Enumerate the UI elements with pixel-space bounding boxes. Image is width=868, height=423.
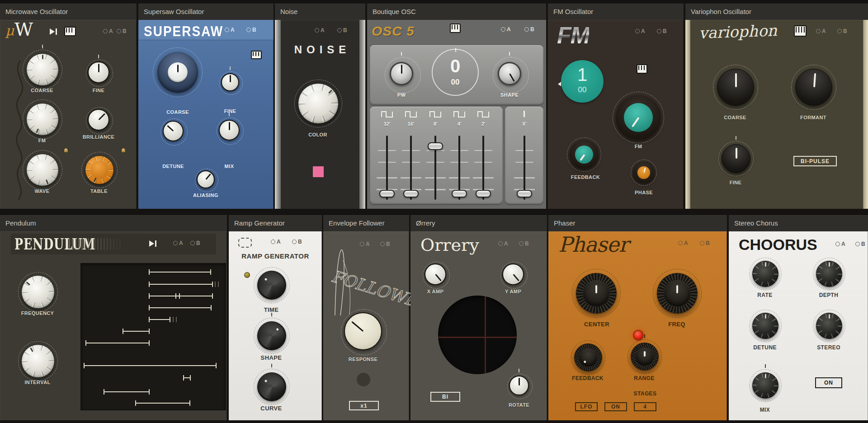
- fm-amount-knob[interactable]: [616, 95, 661, 140]
- wave-knob[interactable]: [26, 154, 59, 186]
- frequency-knob[interactable]: [21, 275, 55, 309]
- variation-b-toggle[interactable]: B: [700, 240, 710, 246]
- variation-a-toggle[interactable]: A: [635, 28, 645, 34]
- noise-color-swatch[interactable]: [313, 166, 324, 177]
- fine-knob[interactable]: [221, 73, 239, 91]
- keyboard-icon[interactable]: [637, 64, 647, 74]
- slider-handle[interactable]: [379, 190, 395, 197]
- rotate-knob[interactable]: [509, 376, 529, 395]
- pw-knob[interactable]: [390, 62, 413, 85]
- mix-knob[interactable]: [219, 120, 240, 141]
- coarse-knob[interactable]: [717, 69, 754, 106]
- stereo-knob[interactable]: [816, 313, 842, 339]
- slider-handle[interactable]: [403, 190, 419, 197]
- shape-knob[interactable]: [498, 62, 521, 85]
- variation-b-toggle[interactable]: B: [837, 28, 847, 34]
- detune-knob[interactable]: [752, 313, 778, 339]
- fm-knob[interactable]: [26, 103, 59, 136]
- slider-handle[interactable]: [476, 190, 491, 197]
- module-title: FM Oscillator: [553, 8, 593, 15]
- time-knob[interactable]: [257, 271, 286, 300]
- keyboard-icon[interactable]: [794, 25, 807, 37]
- detune-knob[interactable]: [163, 121, 184, 141]
- variation-a-toggle[interactable]: A: [315, 27, 325, 33]
- variation-b-toggle[interactable]: B: [337, 27, 347, 33]
- shape-knob[interactable]: [257, 321, 286, 350]
- curve-knob[interactable]: [257, 372, 286, 401]
- multiplier-button[interactable]: x1: [349, 401, 379, 410]
- stages-label: STAGES: [634, 390, 657, 397]
- rate-knob[interactable]: [752, 261, 778, 287]
- feedback-knob[interactable]: [574, 343, 602, 371]
- keyboard-icon[interactable]: [251, 51, 262, 59]
- interval-knob[interactable]: [21, 344, 55, 378]
- trace-end-cap: [210, 269, 211, 275]
- variation-a-toggle[interactable]: A: [498, 240, 508, 247]
- range-knob[interactable]: [631, 343, 659, 371]
- variation-b-toggle[interactable]: B: [190, 240, 200, 246]
- variation-a-toggle[interactable]: A: [678, 240, 688, 246]
- variation-b-toggle[interactable]: B: [117, 28, 127, 34]
- slider-handle[interactable]: [428, 142, 443, 150]
- on-button[interactable]: ON: [815, 377, 842, 388]
- x-amp-knob[interactable]: [425, 263, 446, 285]
- depth-knob[interactable]: [816, 261, 842, 287]
- keyboard-icon[interactable]: [64, 27, 76, 36]
- table-knob[interactable]: [85, 155, 114, 184]
- ratio-display[interactable]: 1 00: [561, 60, 604, 103]
- slider-handle[interactable]: [517, 190, 532, 197]
- variation-b-toggle[interactable]: B: [855, 241, 865, 247]
- variation-a-toggle[interactable]: A: [501, 26, 511, 33]
- right-rail: [863, 20, 868, 209]
- aliasing-label: ALIASING: [193, 193, 218, 198]
- on-button[interactable]: ON: [604, 402, 627, 411]
- fine-knob[interactable]: [88, 61, 109, 83]
- pendulum-trace-line: [149, 307, 211, 308]
- variation-a-toggle[interactable]: A: [225, 27, 235, 33]
- variation-b-toggle[interactable]: B: [246, 27, 256, 33]
- module-title: Supersaw Oscillator: [144, 8, 204, 15]
- cycle-mode-icon[interactable]: [238, 238, 252, 248]
- left-rail: [275, 20, 281, 209]
- variation-a-toggle[interactable]: A: [173, 240, 183, 246]
- coarse-knob[interactable]: [157, 52, 198, 93]
- bipulse-button[interactable]: BI-PULSE: [793, 156, 837, 166]
- trace-ghost-tick: [215, 282, 216, 287]
- module-header-variophon: Variophon Oscillator: [685, 4, 868, 20]
- trace-end-cap: [149, 389, 150, 395]
- feedback-knob[interactable]: [570, 140, 599, 169]
- variation-a-toggle[interactable]: A: [835, 241, 845, 247]
- color-knob[interactable]: [298, 83, 339, 124]
- aliasing-knob[interactable]: [197, 170, 215, 188]
- freq-knob[interactable]: [657, 273, 698, 314]
- knob-pointer: [632, 117, 640, 127]
- coarse-knob[interactable]: [26, 53, 59, 86]
- knob-notch: [36, 128, 39, 133]
- lfo-button[interactable]: LFO: [575, 402, 598, 411]
- knob-ring: [217, 118, 244, 145]
- variation-b-toggle[interactable]: B: [657, 28, 667, 34]
- slider-handle[interactable]: [452, 190, 467, 197]
- variation-a-toggle[interactable]: A: [103, 28, 113, 34]
- pendulum-trace-line: [149, 284, 212, 285]
- variation-a-toggle[interactable]: A: [271, 239, 281, 245]
- bi-button[interactable]: BI: [430, 392, 460, 402]
- stages-value-button[interactable]: 4: [634, 402, 656, 411]
- play-icon[interactable]: [50, 28, 57, 35]
- phase-knob[interactable]: [633, 162, 655, 183]
- variation-b-toggle[interactable]: B: [292, 239, 302, 245]
- keyboard-icon[interactable]: [450, 24, 461, 33]
- variation-a-toggle[interactable]: A: [816, 28, 826, 34]
- play-icon[interactable]: [149, 240, 156, 247]
- center-knob[interactable]: [576, 273, 617, 314]
- variation-b-toggle[interactable]: B: [524, 26, 534, 33]
- mix-knob[interactable]: [752, 372, 778, 399]
- formant-knob[interactable]: [795, 69, 832, 106]
- left-rail: [685, 20, 690, 209]
- brilliance-knob[interactable]: [88, 109, 109, 131]
- fm-amount-label: FM: [635, 144, 642, 149]
- response-knob[interactable]: [344, 312, 382, 350]
- y-amp-knob[interactable]: [502, 263, 524, 285]
- variation-b-toggle[interactable]: B: [519, 240, 529, 247]
- fine-knob[interactable]: [722, 144, 750, 173]
